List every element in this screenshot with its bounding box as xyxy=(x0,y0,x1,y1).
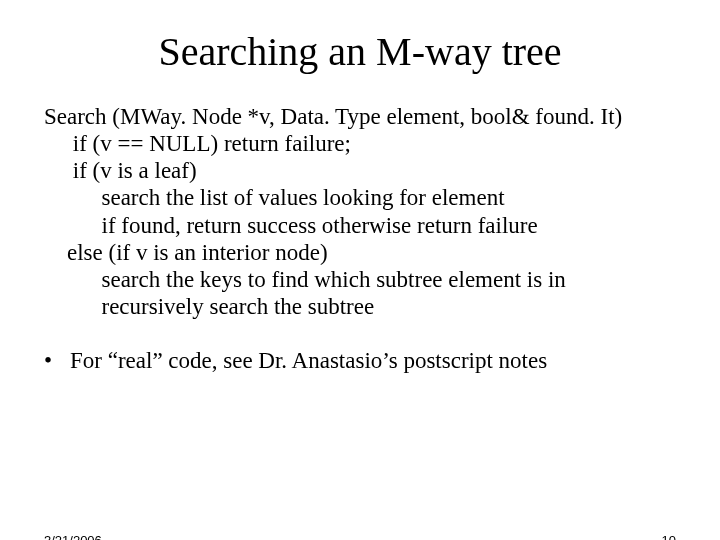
slide: Searching an M-way tree Search (MWay. No… xyxy=(0,28,720,540)
algo-line-4: search the list of values looking for el… xyxy=(44,184,680,211)
algo-line-8: recursively search the subtree xyxy=(44,293,680,320)
footer: 3/21/2006 10 xyxy=(44,533,676,540)
algorithm-block: Search (MWay. Node *v, Data. Type elemen… xyxy=(44,103,680,320)
bullet-item: • For “real” code, see Dr. Anastasio’s p… xyxy=(44,348,680,374)
footer-page-number: 10 xyxy=(662,533,676,540)
algo-line-7: search the keys to find which subtree el… xyxy=(44,266,680,293)
algo-line-3: if (v is a leaf) xyxy=(44,157,680,184)
algo-line-1: Search (MWay. Node *v, Data. Type elemen… xyxy=(44,103,680,130)
slide-title: Searching an M-way tree xyxy=(0,28,720,75)
bullet-text: For “real” code, see Dr. Anastasio’s pos… xyxy=(70,348,547,374)
algo-line-6: else (if v is an interior node) xyxy=(44,239,680,266)
bullet-dot: • xyxy=(44,348,70,374)
algo-line-2: if (v == NULL) return failure; xyxy=(44,130,680,157)
algo-line-5: if found, return success otherwise retur… xyxy=(44,212,680,239)
footer-date: 3/21/2006 xyxy=(44,533,102,540)
